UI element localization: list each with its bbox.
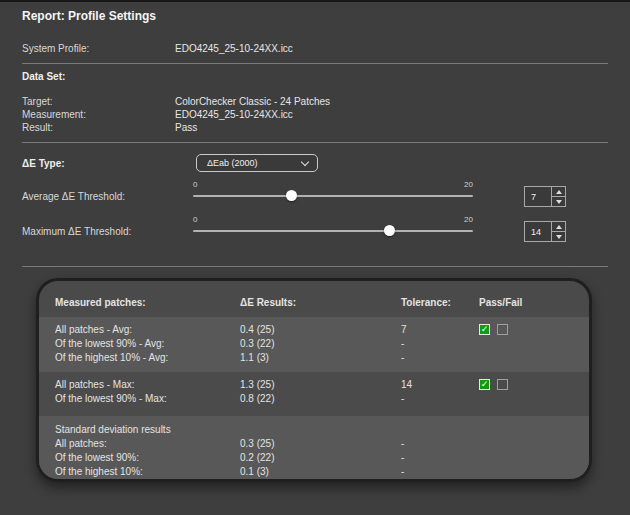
row-tolerance (401, 423, 479, 437)
row-label: All patches - Avg: (55, 323, 240, 337)
target-value: ColorChecker Classic - 24 Patches (175, 96, 330, 107)
header-tolerance: Tolerance: (401, 296, 479, 317)
slider-min-label: 0 (193, 180, 197, 189)
delta-e-type-label: ΔE Type: (22, 158, 65, 169)
table-row: Of the lowest 90% - Max: 0.8 (22) - (39, 392, 589, 406)
spinner-up-button[interactable] (552, 187, 565, 197)
row-result: 1.3 (25) (240, 378, 401, 392)
target-label: Target: (22, 96, 53, 107)
row-result (240, 423, 401, 437)
table-row: All patches - Avg: 0.4 (25) 7 (39, 323, 589, 337)
delta-e-type-selected: ΔEab (2000) (207, 158, 258, 168)
results-panel: Measured patches: ΔE Results: Tolerance:… (36, 278, 592, 482)
slider-handle[interactable] (286, 190, 297, 201)
system-profile-value: EDO4245_25-10-24XX.icc (175, 43, 293, 54)
average-threshold-slider: 0 20 (193, 180, 473, 206)
row-result: 0.2 (22) (240, 451, 401, 465)
spinner-down-button[interactable] (552, 197, 565, 206)
table-row: Of the lowest 90%: 0.2 (22) - (39, 451, 589, 465)
row-label: Of the lowest 90% - Avg: (55, 337, 240, 351)
row-label: Of the highest 10%: (55, 465, 240, 479)
header-pass-fail: Pass/Fail (479, 296, 589, 317)
row-tolerance: - (401, 437, 479, 451)
divider (22, 63, 608, 64)
arrow-down-icon (556, 235, 562, 239)
results-header-row: Measured patches: ΔE Results: Tolerance:… (39, 281, 589, 317)
delta-e-type-dropdown[interactable]: ΔEab (2000) (196, 154, 318, 172)
row-result: 0.3 (22) (240, 337, 401, 351)
row-tolerance: - (401, 451, 479, 465)
std-deviation-section: Standard deviation results All patches: … (39, 416, 589, 479)
measurement-value: EDO4245_25-10-24XX.icc (175, 109, 293, 120)
slider-handle[interactable] (384, 225, 395, 236)
pass-checkbox[interactable] (479, 379, 490, 390)
row-label: All patches: (55, 437, 240, 451)
page-title: Report: Profile Settings (22, 9, 156, 23)
row-result: 0.1 (3) (240, 465, 401, 479)
maximum-threshold-slider: 0 20 (193, 215, 473, 241)
fail-checkbox[interactable] (497, 324, 508, 335)
table-row: Of the lowest 90% - Avg: 0.3 (22) - (39, 337, 589, 351)
table-row: All patches: 0.3 (25) - (39, 437, 589, 451)
table-row: All patches - Max: 1.3 (25) 14 (39, 378, 589, 392)
row-label: Standard deviation results (55, 423, 240, 437)
row-tolerance: - (401, 337, 479, 351)
chevron-down-icon (301, 157, 309, 165)
row-result: 0.3 (25) (240, 437, 401, 451)
spinner-down-button[interactable] (552, 232, 565, 241)
row-tolerance: 14 (401, 378, 479, 392)
result-label: Result: (22, 122, 53, 133)
table-row: Of the highest 10% - Avg: 1.1 (3) - (39, 351, 589, 365)
arrow-up-icon (556, 225, 562, 229)
average-threshold-spinner: 7 (524, 186, 566, 207)
max-results-section: All patches - Max: 1.3 (25) 14 Of the lo… (39, 372, 589, 416)
spinner-up-button[interactable] (552, 222, 565, 232)
slider-min-label: 0 (193, 215, 197, 224)
row-tolerance: - (401, 465, 479, 479)
maximum-threshold-spinner: 14 (524, 221, 566, 242)
slider-max-label: 20 (464, 180, 473, 189)
divider (22, 266, 608, 267)
header-measured-patches: Measured patches: (55, 296, 240, 317)
average-threshold-label: Average ΔE Threshold: (22, 191, 125, 202)
window-top-edge (0, 0, 630, 2)
arrow-up-icon (556, 190, 562, 194)
maximum-threshold-label: Maximum ΔE Threshold: (22, 226, 131, 237)
spinner-value[interactable]: 14 (525, 222, 551, 241)
fail-checkbox[interactable] (497, 379, 508, 390)
slider-track[interactable] (193, 195, 473, 197)
arrow-down-icon (556, 200, 562, 204)
data-set-heading: Data Set: (22, 71, 65, 82)
table-row: Standard deviation results (39, 423, 589, 437)
result-value: Pass (175, 122, 197, 133)
divider (22, 142, 608, 143)
slider-max-label: 20 (464, 215, 473, 224)
row-result: 1.1 (3) (240, 351, 401, 365)
measurement-label: Measurement: (22, 109, 86, 120)
row-label: Of the lowest 90%: (55, 451, 240, 465)
row-label: All patches - Max: (55, 378, 240, 392)
header-de-results: ΔE Results: (240, 296, 401, 317)
row-tolerance: - (401, 351, 479, 365)
row-tolerance: 7 (401, 323, 479, 337)
avg-results-section: All patches - Avg: 0.4 (25) 7 Of the low… (39, 317, 589, 372)
row-tolerance: - (401, 392, 479, 406)
row-result: 0.8 (22) (240, 392, 401, 406)
system-profile-label: System Profile: (22, 43, 89, 54)
row-result: 0.4 (25) (240, 323, 401, 337)
row-label: Of the highest 10% - Avg: (55, 351, 240, 365)
slider-track[interactable] (193, 230, 473, 232)
report-profile-settings-window: Report: Profile Settings System Profile:… (0, 0, 630, 515)
row-label: Of the lowest 90% - Max: (55, 392, 240, 406)
spinner-value[interactable]: 7 (525, 187, 551, 206)
table-row: Of the highest 10%: 0.1 (3) - (39, 465, 589, 479)
pass-checkbox[interactable] (479, 324, 490, 335)
